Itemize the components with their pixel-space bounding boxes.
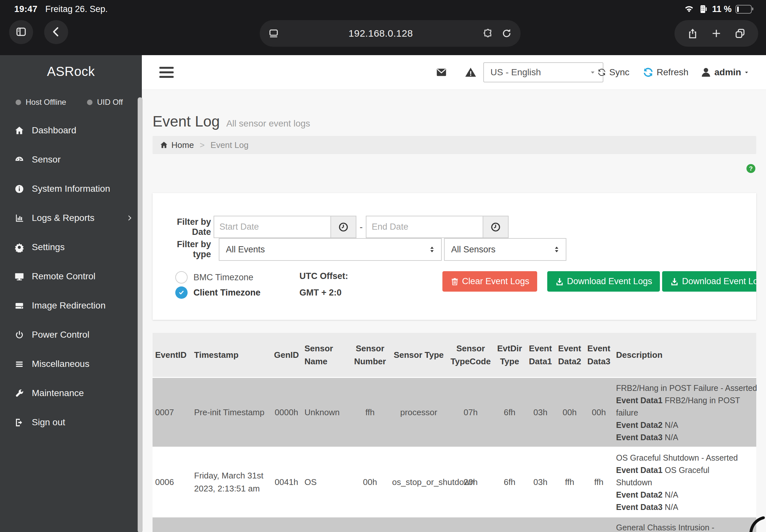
- cell-evtdir_type: 6fh: [493, 378, 526, 447]
- corner-arc-mark: [748, 516, 765, 532]
- reload-icon[interactable]: [501, 28, 512, 39]
- home-icon: [13, 126, 25, 136]
- table-row: General Chassis Intrusion -Deasserted: [152, 517, 756, 532]
- back-button[interactable]: [44, 20, 68, 44]
- clock-icon: [491, 222, 501, 232]
- breadcrumb-separator: >: [200, 140, 204, 150]
- bmc-timezone-radio[interactable]: BMC Timezone: [175, 271, 261, 284]
- cell-sensor_type: processor: [390, 378, 448, 447]
- user-menu[interactable]: admin: [700, 67, 749, 78]
- cell-gen_id: [271, 517, 302, 532]
- sidebar-item-sign-out[interactable]: Sign out: [0, 408, 142, 437]
- sidebar-item-power-control[interactable]: Power Control: [0, 320, 142, 349]
- mail-icon[interactable]: [436, 67, 447, 78]
- clock-icon: [338, 222, 348, 232]
- warning-icon[interactable]: [465, 67, 477, 78]
- sidebar-item-settings[interactable]: Settings: [0, 233, 142, 262]
- download-event-logs-button[interactable]: Download Event Logs: [547, 271, 660, 292]
- sidebar-item-maintenance[interactable]: Maintenance: [0, 379, 142, 408]
- radio-checked-icon: [175, 286, 188, 299]
- extensions-icon[interactable]: [482, 28, 493, 39]
- cell-timestamp: Pre-init Timestamp: [191, 378, 271, 447]
- host-status: Host Offline: [16, 98, 66, 107]
- gear-icon: [13, 242, 25, 252]
- sync-button[interactable]: Sync: [597, 67, 629, 78]
- event-log-table: EventIDTimestampGenIDSensor NameSensor N…: [152, 333, 756, 532]
- help-icon[interactable]: ?: [746, 163, 756, 174]
- cell-description: General Chassis Intrusion -Deasserted: [614, 517, 756, 532]
- timezone-radios: BMC Timezone Client Timezone: [175, 271, 261, 302]
- device-status: Host Offline UID Off: [0, 98, 142, 107]
- breadcrumb-home[interactable]: Home: [171, 140, 194, 150]
- event-type-select[interactable]: All Events: [219, 238, 442, 261]
- chevron-down-icon: [744, 69, 749, 75]
- column-header: GenID: [271, 333, 302, 378]
- sidebar-item-remote-control[interactable]: Remote Control: [0, 262, 142, 291]
- language-value: US - English: [491, 67, 541, 78]
- utc-offset-label: UTC Offset:: [299, 271, 348, 281]
- download-event-logs-raw-button[interactable]: Download Event Logs R: [662, 271, 756, 292]
- column-header: Description: [614, 333, 756, 378]
- end-date-picker-button[interactable]: [483, 216, 508, 237]
- sidebar-item-system-information[interactable]: System Information: [0, 174, 142, 203]
- cell-evtdir_type: [493, 517, 526, 532]
- page-settings-icon[interactable]: [268, 28, 279, 39]
- tabs-icon[interactable]: [735, 28, 746, 39]
- sensor-select[interactable]: All Sensors: [444, 238, 566, 261]
- sidebar-item-miscellaneous[interactable]: Miscellaneous: [0, 349, 142, 379]
- uid-status-dot: [87, 100, 92, 105]
- end-date-input[interactable]: [366, 216, 483, 237]
- cell-event_data2: [555, 517, 584, 532]
- info-icon: [13, 184, 25, 194]
- keypad-icon: [699, 4, 708, 14]
- list-icon: [13, 359, 25, 369]
- column-header: Sensor Type: [390, 333, 448, 378]
- status-bar: 19:47 Freitag 26. Sep. 11 %: [0, 2, 766, 16]
- sidebar-toggle-button[interactable]: [9, 20, 33, 44]
- utc-offset: UTC Offset: GMT + 2:0: [299, 271, 348, 298]
- sidebar-item-logs-reports[interactable]: Logs & Reports: [0, 203, 142, 233]
- refresh-button[interactable]: Refresh: [642, 67, 688, 78]
- address-bar[interactable]: 192.168.0.128: [260, 20, 521, 47]
- menu-toggle-icon[interactable]: [159, 67, 174, 78]
- drive-icon: [13, 301, 25, 311]
- username: admin: [714, 67, 741, 78]
- start-date-picker-button[interactable]: [330, 216, 356, 237]
- chart-icon: [13, 213, 25, 223]
- sync-label: Sync: [609, 67, 629, 78]
- gauge-icon: [13, 155, 25, 165]
- sidebar-item-dashboard[interactable]: Dashboard: [0, 116, 142, 145]
- clear-event-logs-button[interactable]: Clear Event Logs: [443, 271, 537, 292]
- uid-status: UID Off: [87, 98, 123, 107]
- cell-sensor_type: [390, 517, 448, 532]
- start-date-input[interactable]: [214, 216, 330, 237]
- battery-percent: 11 %: [712, 4, 732, 14]
- cell-event_data2: 00h: [555, 378, 584, 447]
- wrench-icon: [13, 388, 25, 398]
- user-icon: [700, 67, 712, 78]
- browser-chrome: 19:47 Freitag 26. Sep. 11 % 192.168.0.12…: [0, 0, 766, 55]
- filter-date-label: Filter by Date: [158, 217, 211, 237]
- cell-event_id: 0007: [152, 378, 191, 447]
- clear-button-label: Clear Event Logs: [462, 276, 529, 286]
- scrollbar-thumb[interactable]: [138, 97, 142, 532]
- column-header: Event Data1: [526, 333, 555, 378]
- sidebar-item-label: Logs & Reports: [32, 213, 94, 223]
- select-arrows-icon: [428, 245, 437, 254]
- ipad-screen: 19:47 Freitag 26. Sep. 11 % 192.168.0.12…: [0, 0, 766, 532]
- share-icon[interactable]: [687, 28, 698, 39]
- sidebar-item-label: Miscellaneous: [32, 359, 89, 369]
- cell-sensor_number: 00h: [350, 447, 390, 517]
- sidebar-item-sensor[interactable]: Sensor: [0, 145, 142, 174]
- sidebar-item-label: System Information: [32, 184, 110, 194]
- language-select[interactable]: US - English: [483, 62, 603, 82]
- cell-sensor_name: [302, 517, 350, 532]
- wifi-icon: [684, 4, 694, 14]
- cell-timestamp: Friday, March 31st 2023, 2:13:51 am: [191, 447, 271, 517]
- chevron-down-icon: [589, 69, 596, 76]
- new-tab-icon[interactable]: [711, 28, 722, 39]
- cell-sensor_name: Unknown: [302, 378, 350, 447]
- client-timezone-radio[interactable]: Client Timezone: [175, 286, 261, 299]
- sidebar-item-image-redirection[interactable]: Image Redirection: [0, 291, 142, 320]
- sidebar-item-label: Sensor: [32, 154, 61, 165]
